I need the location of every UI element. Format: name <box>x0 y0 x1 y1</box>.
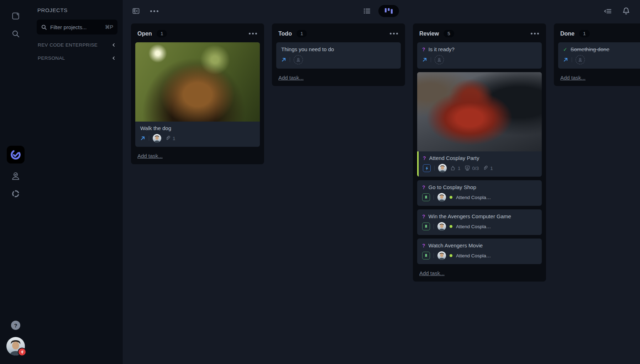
paperclip-icon <box>165 135 171 141</box>
open-task-arrow-icon <box>140 136 145 141</box>
help-label: ? <box>14 322 17 328</box>
attachments-count: 1 <box>165 135 175 141</box>
teams-button[interactable] <box>10 171 21 181</box>
column-menu-button[interactable] <box>248 32 258 35</box>
paperclip-icon <box>482 165 488 171</box>
likes-value: 1 <box>458 166 461 171</box>
task-card-win-avengers-game[interactable]: ? Win the Avengers Computer Game <box>417 209 542 235</box>
app-logo-icon <box>10 149 22 161</box>
collapse-sidebar-button[interactable] <box>132 7 140 15</box>
add-task-link[interactable]: Add task... <box>278 75 304 81</box>
new-project-button[interactable] <box>10 11 21 21</box>
assignee-avatar <box>438 164 447 172</box>
panel-collapse-icon <box>603 7 612 16</box>
statistics-button[interactable] <box>10 188 21 199</box>
divider <box>434 224 434 229</box>
attachments-count: 1 <box>482 165 493 171</box>
task-title: Go to Cosplay Shop <box>429 184 476 190</box>
kanban-view-icon <box>384 7 393 15</box>
task-card-something-done[interactable]: ✓ Something done <box>558 42 640 69</box>
chevron-left-icon <box>111 55 116 61</box>
list-view-button[interactable] <box>363 7 371 15</box>
related-task-label: Attend Cospla… <box>456 253 491 258</box>
likes-count: 1 <box>450 165 461 171</box>
cosplay-photo <box>417 72 542 151</box>
task-title: Win the Avengers Computer Game <box>429 213 511 219</box>
task-card-watch-avengers-movie[interactable]: ? Watch Avengers Movie <box>417 239 542 264</box>
filter-projects-box[interactable]: ⌘P <box>37 20 117 34</box>
column-open: Open 1 Walk the dog <box>131 23 264 164</box>
attachments-value: 1 <box>490 166 493 171</box>
sidebar-section-personal[interactable]: PERSONAL <box>38 55 116 61</box>
section-label: REV CODE ENTERPRISE <box>38 42 98 48</box>
topbar <box>123 0 640 22</box>
column-header: Todo 1 <box>276 27 401 42</box>
ellipsis-icon <box>249 33 257 34</box>
board-more-button[interactable] <box>150 10 158 12</box>
divider <box>290 57 290 62</box>
main-area: Open 1 Walk the dog <box>123 0 640 364</box>
help-button[interactable]: ? <box>11 321 20 330</box>
divider <box>431 57 431 62</box>
assignee-avatar <box>437 251 446 260</box>
column-count-badge: 1 <box>297 30 307 37</box>
question-priority-icon: ? <box>422 214 425 219</box>
checklist-value: 0/3 <box>472 166 479 171</box>
avatar-notification-badge <box>18 348 26 356</box>
list-view-icon <box>363 7 371 15</box>
filter-projects-input[interactable] <box>50 24 102 30</box>
task-title: Things you need to do <box>281 46 334 52</box>
app-logo-button[interactable] <box>7 146 25 164</box>
divider <box>149 136 149 141</box>
sidebar-section-rev-code-enterprise[interactable]: REV CODE ENTERPRISE <box>38 42 116 48</box>
kanban-view-button-active[interactable] <box>378 5 399 17</box>
dog-photo <box>135 42 260 122</box>
ellipsis-icon <box>390 33 398 34</box>
column-title: Open <box>137 31 152 37</box>
user-avatar[interactable] <box>6 337 25 355</box>
task-title: Walk the dog <box>140 125 171 131</box>
add-task-link[interactable]: Add task... <box>137 153 163 159</box>
column-review: Review 5 ? Is it ready? <box>413 23 546 282</box>
notifications-button[interactable] <box>621 6 631 16</box>
filter-shortcut-hint: ⌘P <box>105 24 113 30</box>
kanban-board: Open 1 Walk the dog <box>123 22 640 364</box>
projects-panel-title: PROJECTS <box>37 7 117 13</box>
task-card-is-it-ready[interactable]: ? Is it ready? <box>417 42 542 69</box>
task-card-go-to-cosplay-shop[interactable]: ? Go to Cosplay Shop <box>417 180 542 206</box>
related-task-dot-icon <box>450 225 452 228</box>
search-icon <box>11 30 20 38</box>
task-title: Something done <box>571 46 609 52</box>
related-task-label: Attend Cospla… <box>456 195 491 200</box>
column-menu-button[interactable] <box>530 32 540 35</box>
open-task-arrow-icon <box>422 57 427 62</box>
question-priority-icon: ? <box>422 47 425 52</box>
column-title: Todo <box>278 31 292 37</box>
related-task-dot-icon <box>450 254 452 257</box>
column-header: Review 5 <box>417 27 542 42</box>
add-task-link[interactable]: Add task... <box>419 270 445 276</box>
search-button[interactable] <box>10 28 21 39</box>
new-project-icon <box>11 11 20 21</box>
collapse-panel-button[interactable] <box>603 7 612 16</box>
sidebar-collapse-icon <box>132 7 140 15</box>
task-card-attend-cosplay-party[interactable]: ? Attend Cosplay Party <box>417 72 542 177</box>
unassigned-avatar-icon[interactable] <box>435 55 444 64</box>
bookmark-priority-icon <box>422 223 430 230</box>
column-header: Done 1 <box>558 27 640 42</box>
column-title: Done <box>560 31 575 37</box>
task-card-things-you-need-to-do[interactable]: Things you need to do <box>276 42 401 69</box>
unassigned-avatar-icon[interactable] <box>294 55 303 64</box>
divider <box>572 57 572 62</box>
task-card-walk-the-dog[interactable]: Walk the dog <box>135 42 260 147</box>
done-check-icon: ✓ <box>563 47 567 52</box>
open-task-arrow-icon <box>281 57 286 62</box>
assignee-avatar <box>153 134 161 143</box>
task-title: Attend Cosplay Party <box>429 155 479 161</box>
add-task-link[interactable]: Add task... <box>560 75 586 81</box>
assignee-avatar <box>437 193 446 202</box>
search-icon <box>41 24 47 30</box>
column-menu-button[interactable] <box>389 32 399 35</box>
unassigned-avatar-icon[interactable] <box>576 55 585 64</box>
bookmark-priority-icon <box>422 252 430 259</box>
